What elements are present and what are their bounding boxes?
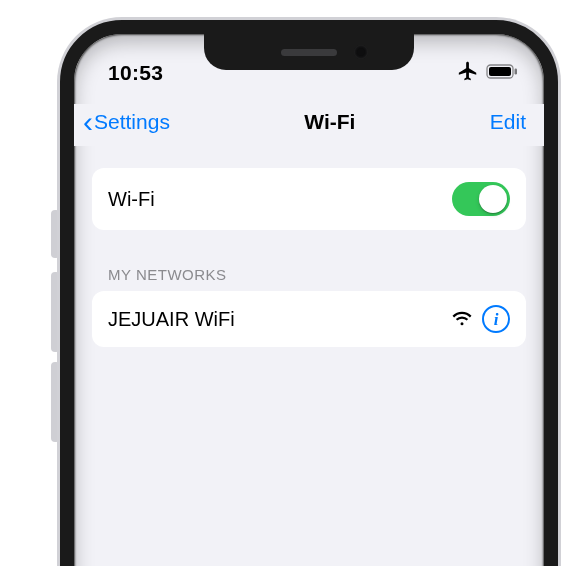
volume-down-button[interactable] xyxy=(51,362,60,442)
status-time: 10:53 xyxy=(108,61,163,85)
chevron-left-icon: ‹ xyxy=(83,112,93,132)
navigation-bar: ‹ Settings Wi-Fi Edit xyxy=(74,104,544,146)
airplane-mode-icon xyxy=(457,60,479,86)
back-label: Settings xyxy=(94,110,170,134)
svg-rect-2 xyxy=(515,68,518,74)
svg-rect-1 xyxy=(489,67,511,76)
phone-frame: 10:53 ‹ Settings Wi-Fi Edit Wi-Fi MY NET… xyxy=(60,20,558,566)
page-title: Wi-Fi xyxy=(304,110,355,134)
speaker-grill xyxy=(281,49,337,56)
battery-icon xyxy=(486,64,518,83)
network-row[interactable]: JEJUAIR WiFi i xyxy=(92,291,526,347)
wifi-toggle-row: Wi-Fi xyxy=(92,168,526,230)
volume-up-button[interactable] xyxy=(51,272,60,352)
edit-button[interactable]: Edit xyxy=(490,110,526,134)
wifi-signal-icon xyxy=(452,308,472,331)
network-ssid: JEJUAIR WiFi xyxy=(108,308,235,331)
back-button[interactable]: ‹ Settings xyxy=(83,110,170,134)
wifi-toggle[interactable] xyxy=(452,182,510,216)
my-networks-header: MY NETWORKS xyxy=(108,266,526,283)
device-notch xyxy=(204,34,414,70)
info-icon[interactable]: i xyxy=(482,305,510,333)
wifi-label: Wi-Fi xyxy=(108,188,155,211)
front-camera xyxy=(354,45,368,59)
mute-switch[interactable] xyxy=(51,210,60,258)
toggle-knob xyxy=(479,185,507,213)
